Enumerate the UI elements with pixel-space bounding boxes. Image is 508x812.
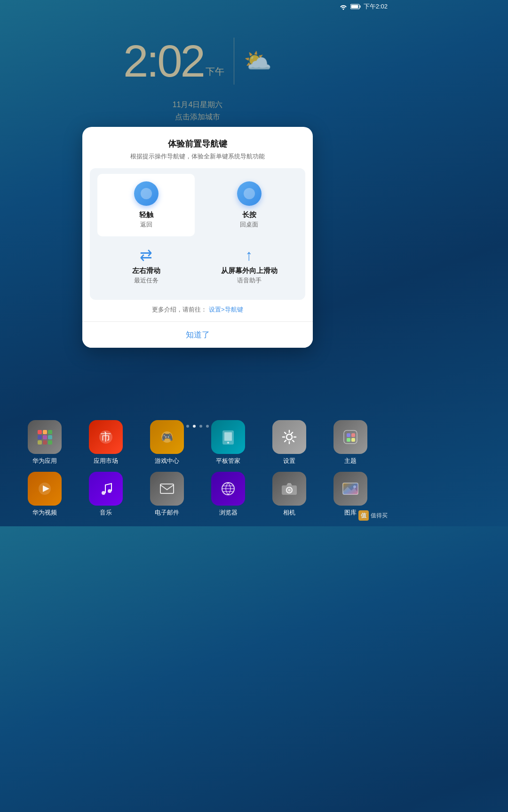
music-icon: [89, 472, 123, 506]
app-settings[interactable]: 设置: [263, 420, 315, 465]
svg-rect-21: [347, 433, 350, 437]
theme-icon: [333, 420, 367, 454]
navigation-key-dialog: 体验前置导航键 根据提示操作导航键，体验全新单键系统导航功能 轻触 返回: [82, 127, 313, 348]
camera-svg: [280, 479, 299, 498]
svg-rect-11: [48, 440, 52, 445]
email-label: 电子邮件: [155, 508, 179, 517]
svg-point-27: [102, 491, 105, 495]
svg-rect-29: [160, 484, 174, 493]
app-video[interactable]: 华为视频: [19, 472, 71, 517]
longpress-circle: [237, 181, 262, 206]
settings-icon: [272, 420, 306, 454]
dialog-link-prefix: 更多介绍，请前往：: [152, 306, 207, 313]
gesture-tap-desc: 返回: [140, 220, 152, 229]
gesture-swipe-up-label: 从屏幕外向上滑动: [221, 266, 278, 275]
svg-rect-24: [351, 438, 355, 442]
theme-label: 主题: [344, 457, 357, 465]
browser-label: 浏览器: [219, 508, 238, 517]
dialog-title: 体验前置导航键: [94, 138, 302, 149]
app-game[interactable]: 🎮 游戏中心: [141, 420, 193, 465]
gesture-row-bottom: ⇄ 左右滑动 最近任务 ↑ 从屏幕外向上滑动 语音助手: [97, 244, 298, 292]
music-label: 音乐: [100, 508, 112, 517]
browser-svg: [219, 479, 238, 498]
gesture-tap-label: 轻触: [139, 211, 153, 219]
svg-point-19: [286, 434, 292, 440]
svg-rect-6: [38, 435, 42, 439]
theme-svg: [341, 428, 360, 446]
swipe-up-arrow: ↑: [246, 248, 253, 263]
gesture-longpress-desc: 回桌面: [240, 220, 258, 229]
svg-rect-17: [224, 432, 232, 441]
dialog-settings-link[interactable]: 设置>导航键: [209, 306, 243, 313]
video-label: 华为视频: [32, 508, 57, 517]
tablet-manager-label: 平板管家: [216, 457, 240, 465]
longpress-circle-inner: [244, 188, 255, 199]
settings-label: 设置: [283, 457, 295, 465]
svg-rect-10: [43, 440, 47, 445]
gallery-icon: [333, 472, 367, 506]
dialog-header: 体验前置导航键 根据提示操作导航键，体验全新单键系统导航功能: [82, 127, 313, 164]
gesture-longpress: 长按 回桌面: [200, 174, 298, 236]
svg-rect-40: [343, 483, 358, 494]
game-label: 游戏中心: [155, 457, 179, 465]
video-icon: [28, 472, 62, 506]
bottom-app-bar: 华为视频 音乐 电子邮件: [0, 472, 395, 517]
svg-rect-9: [38, 440, 42, 445]
market-svg: 市: [96, 428, 115, 446]
app-camera[interactable]: 相机: [263, 472, 315, 517]
svg-point-18: [227, 442, 229, 444]
huawei-app-svg: [36, 428, 54, 446]
app-email[interactable]: 电子邮件: [141, 472, 193, 517]
svg-text:市: 市: [101, 431, 111, 443]
camera-icon: [272, 472, 306, 506]
app-market[interactable]: 市 应用市场: [80, 420, 132, 465]
gesture-swipe-up: ↑ 从屏幕外向上滑动 语音助手: [200, 244, 298, 292]
svg-rect-7: [43, 435, 47, 439]
watermark-text: 值得买: [371, 512, 388, 520]
gesture-swipe-lr-desc: 最近任务: [134, 276, 159, 285]
watermark: 值 值得买: [358, 510, 388, 521]
email-svg: [158, 479, 176, 498]
tap-circle-inner: [141, 188, 152, 199]
swipe-lr-arrow: ⇄: [140, 248, 152, 263]
app-huawei-app[interactable]: 华为应用: [19, 420, 71, 465]
svg-rect-8: [48, 435, 52, 439]
gallery-svg: [341, 479, 360, 498]
svg-point-28: [108, 489, 111, 493]
dialog-subtitle: 根据提示操作导航键，体验全新单键系统导航功能: [94, 152, 302, 161]
svg-point-36: [288, 489, 291, 492]
svg-text:🎮: 🎮: [161, 431, 173, 443]
video-svg: [35, 479, 54, 498]
app-music[interactable]: 音乐: [80, 472, 132, 517]
gesture-swipe-lr: ⇄ 左右滑动 最近任务: [97, 244, 195, 292]
watermark-icon: 值: [358, 510, 369, 521]
app-tablet-manager[interactable]: 平板管家: [202, 420, 254, 465]
app-browser[interactable]: 浏览器: [202, 472, 254, 517]
app-theme[interactable]: 主题: [325, 420, 376, 465]
gesture-swipe-up-desc: 语音助手: [237, 276, 262, 285]
gesture-longpress-label: 长按: [242, 211, 256, 219]
camera-label: 相机: [283, 508, 295, 517]
game-icon: 🎮: [150, 420, 184, 454]
game-svg: 🎮: [158, 428, 176, 446]
tablet-manager-icon: [211, 420, 245, 454]
svg-rect-22: [351, 433, 355, 437]
dialog-link-row: 更多介绍，请前往： 设置>导航键: [82, 304, 313, 321]
huawei-app-label: 华为应用: [32, 457, 57, 465]
music-svg: [96, 479, 115, 498]
gesture-swipe-lr-label: 左右滑动: [132, 266, 160, 275]
gallery-label: 图库: [344, 508, 357, 517]
dialog-btn-row: 知道了: [82, 321, 313, 348]
app-market-label: 应用市场: [94, 457, 118, 465]
gesture-tap: 轻触 返回: [97, 174, 195, 236]
tablet-svg: [219, 428, 238, 446]
confirm-button[interactable]: 知道了: [82, 322, 313, 348]
app-market-icon: 市: [89, 420, 123, 454]
email-icon: [150, 472, 184, 506]
browser-icon: [211, 472, 245, 506]
gesture-row-top: 轻触 返回 长按 回桌面: [97, 174, 298, 236]
svg-rect-5: [48, 430, 52, 434]
svg-rect-4: [43, 430, 47, 434]
svg-rect-3: [38, 430, 42, 434]
settings-svg: [280, 428, 299, 446]
